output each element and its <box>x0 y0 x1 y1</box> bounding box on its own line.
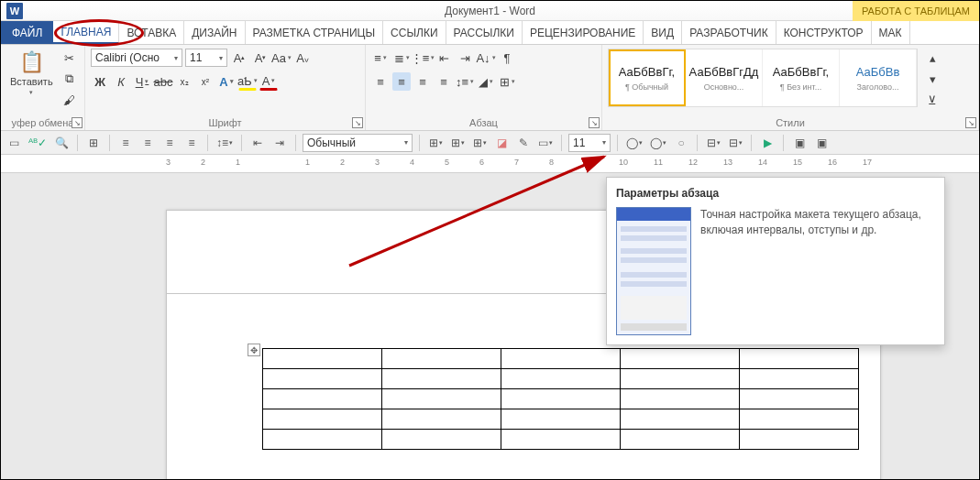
tb2-split2[interactable]: ⊟ <box>726 134 744 152</box>
superscript-button[interactable]: x² <box>196 72 215 91</box>
sort-button[interactable]: A↓ <box>477 49 495 67</box>
justify-button[interactable]: ≡ <box>435 72 453 91</box>
tb2-table-style1[interactable]: ⊞ <box>426 134 445 152</box>
underline-button[interactable]: Ч <box>133 72 151 91</box>
paste-button[interactable]: 📋 Вставить ▾ <box>6 49 57 98</box>
table-move-handle[interactable]: ✥ <box>248 344 260 356</box>
subscript-button[interactable]: x₂ <box>175 72 193 91</box>
font-size-combo[interactable]: 11 <box>185 49 227 67</box>
show-marks-button[interactable]: ¶ <box>498 49 516 67</box>
tab-insert[interactable]: ВСТАВКА <box>119 21 184 44</box>
table-row[interactable] <box>263 409 859 430</box>
tb2-table-style2[interactable]: ⊞ <box>448 134 467 152</box>
tb2-circle[interactable]: ○ <box>672 134 690 152</box>
tb2-indent-inc[interactable]: ⇥ <box>270 134 289 152</box>
bold-button[interactable]: Ж <box>91 72 109 91</box>
align-left-button[interactable]: ≡ <box>371 72 390 91</box>
tab-mailings[interactable]: РАССЫЛКИ <box>446 21 523 44</box>
align-left-icon: ≡ <box>377 75 384 89</box>
tb2-spellcheck-icon[interactable]: ᴬᴮ✓ <box>27 134 49 152</box>
tb2-pen[interactable]: ✎ <box>514 134 533 152</box>
tab-review[interactable]: РЕЦЕНЗИРОВАНИЕ <box>523 21 644 44</box>
context-tab-table-tools[interactable]: РАБОТА С ТАБЛИЦАМ <box>853 1 979 21</box>
borders-button[interactable]: ⊞ <box>498 72 516 91</box>
grow-font-button[interactable]: A▴ <box>230 49 248 67</box>
highlight-button[interactable]: aƄ <box>238 72 257 91</box>
tb2-table-icon[interactable]: ⊞ <box>84 134 103 152</box>
multilevel-list-button[interactable]: ⋮≡ <box>413 49 432 67</box>
tb2-size-combo[interactable]: 11 <box>568 134 611 152</box>
italic-button[interactable]: К <box>112 72 130 91</box>
tb2-border-style[interactable]: ▭ <box>536 134 555 152</box>
tb2-window2[interactable]: ▣ <box>812 134 831 152</box>
styles-gallery[interactable]: АаБбВвГг, ¶ Обычный АаБбВвГгДд Основно..… <box>608 49 918 107</box>
tb2-justify[interactable]: ≡ <box>182 134 201 152</box>
style-main-text[interactable]: АаБбВвГгДд Основно... <box>686 49 763 106</box>
tab-constructor[interactable]: КОНСТРУКТОР <box>776 21 872 44</box>
tab-design[interactable]: ДИЗАЙН <box>184 21 245 44</box>
format-painter-button[interactable]: 🖌 <box>61 91 79 109</box>
tb2-align-center[interactable]: ≡ <box>138 134 157 152</box>
shrink-font-button[interactable]: A▾ <box>251 49 270 67</box>
numbering-button[interactable]: ≣ <box>392 49 411 67</box>
tab-page-layout[interactable]: РАЗМЕТКА СТРАНИЦЫ <box>246 21 384 44</box>
styles-expand[interactable]: ⊻ <box>923 91 941 109</box>
tb2-split1[interactable]: ⊟ <box>704 134 722 152</box>
table-row[interactable] <box>263 389 859 409</box>
strikethrough-button[interactable]: abc <box>154 72 172 91</box>
tb2-line-spacing[interactable]: ↕≡ <box>215 134 235 152</box>
copy-button[interactable]: ⧉ <box>61 70 79 88</box>
horizontal-ruler[interactable]: 3 2 1 1 2 3 4 5 6 7 8 9 10 11 12 13 14 1… <box>1 155 979 173</box>
tb2-shape1[interactable]: ◯ <box>624 134 644 152</box>
table-row[interactable] <box>263 430 859 450</box>
tab-file[interactable]: ФАЙЛ <box>1 21 53 44</box>
font-name-combo[interactable]: Calibri (Осно <box>91 49 182 67</box>
font-launcher[interactable]: ↘ <box>352 117 363 128</box>
tb2-flag[interactable]: ▶ <box>758 134 776 152</box>
font-color-button[interactable]: A <box>259 72 278 91</box>
tab-view[interactable]: ВИД <box>644 21 682 44</box>
line-spacing-button[interactable]: ↕≡ <box>456 72 474 91</box>
tb2-eraser[interactable]: ◪ <box>492 134 511 152</box>
list-bullets-icon: ≡ <box>374 51 381 65</box>
tb2-research-icon[interactable]: 🔍 <box>52 134 71 152</box>
style-no-spacing[interactable]: АаБбВвГг, ¶ Без инт... <box>763 49 840 106</box>
tb2-align-left[interactable]: ≡ <box>116 134 135 152</box>
shading-button[interactable]: ◢ <box>477 72 495 91</box>
tab-layout[interactable]: МАК <box>872 21 910 44</box>
paragraph-group-label: Абзац <box>371 115 596 130</box>
style-normal[interactable]: АаБбВвГг, ¶ Обычный <box>609 49 686 106</box>
align-center-icon: ≡ <box>398 75 405 89</box>
tb2-table-style3[interactable]: ⊞ <box>470 134 489 152</box>
table-row[interactable] <box>263 349 859 369</box>
text-effects-button[interactable]: A <box>217 72 236 91</box>
cut-button[interactable]: ✂ <box>61 49 79 67</box>
change-case-button[interactable]: Aa <box>272 49 291 67</box>
paragraph-launcher[interactable]: ↘ <box>589 117 600 128</box>
style-heading[interactable]: АаБбВв Заголово... <box>840 49 917 106</box>
tab-developer[interactable]: РАЗРАБОТЧИК <box>682 21 776 44</box>
clipboard-launcher[interactable]: ↘ <box>72 117 83 128</box>
tab-references[interactable]: ССЫЛКИ <box>383 21 446 44</box>
increase-indent-button[interactable]: ⇥ <box>456 49 474 67</box>
clipboard-icon: 📋 <box>19 50 44 74</box>
clear-formatting-button[interactable]: Aᵥ <box>293 49 312 67</box>
styles-launcher[interactable]: ↘ <box>965 117 976 128</box>
tab-home[interactable]: ГЛАВНАЯ <box>53 21 119 44</box>
styles-scroll-up[interactable]: ▴ <box>923 49 941 67</box>
tooltip-dialog-thumbnail <box>616 207 691 335</box>
tb2-align-right[interactable]: ≡ <box>160 134 179 152</box>
styles-scroll-down[interactable]: ▾ <box>923 70 941 88</box>
tb2-shape2[interactable]: ◯ <box>648 134 668 152</box>
tb2-indent-dec[interactable]: ⇤ <box>248 134 267 152</box>
document-table[interactable] <box>262 348 859 450</box>
align-center-button[interactable]: ≡ <box>392 72 411 91</box>
tooltip-title: Параметры абзаца <box>616 187 935 200</box>
align-right-button[interactable]: ≡ <box>413 72 432 91</box>
tb2-style-combo[interactable]: Обычный <box>303 134 413 152</box>
tb2-window1[interactable]: ▣ <box>790 134 809 152</box>
tb2-page-width-icon[interactable]: ▭ <box>5 134 23 152</box>
table-row[interactable] <box>263 369 859 389</box>
decrease-indent-button[interactable]: ⇤ <box>435 49 453 67</box>
bullets-button[interactable]: ≡ <box>371 49 390 67</box>
